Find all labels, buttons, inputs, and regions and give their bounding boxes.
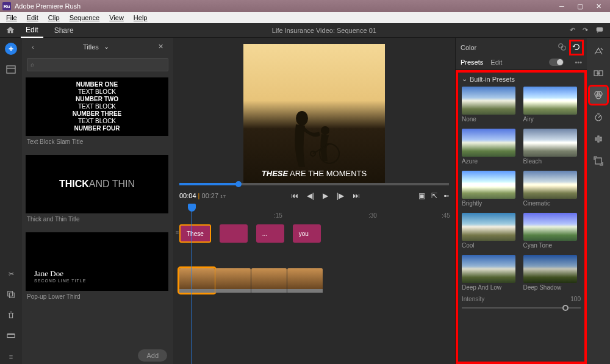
export-icon[interactable]: ⇱	[431, 191, 437, 200]
more-icon[interactable]: •••	[575, 59, 582, 66]
preset-item[interactable]: Cool	[462, 213, 520, 249]
chevron-down-icon[interactable]: ⌄	[104, 43, 109, 51]
preset-item[interactable]: Deep And Low	[462, 255, 520, 291]
audio-tool-icon[interactable]	[590, 130, 607, 148]
preset-thumb	[462, 213, 515, 241]
preset-item[interactable]: None	[462, 87, 520, 123]
titles-tool-icon[interactable]	[590, 43, 607, 60]
title-label: Pop-up Lower Third	[26, 291, 170, 302]
track-display-icon[interactable]	[4, 329, 18, 343]
preset-label: Cyan Tone	[523, 242, 581, 249]
preset-item[interactable]: Cinematic	[523, 171, 581, 207]
fullscreen-icon[interactable]: ▣	[418, 191, 425, 200]
preset-label: Cinematic	[523, 200, 581, 207]
preset-item[interactable]: Cyan Tone	[523, 213, 581, 249]
titlebar: Ru Adobe Premiere Rush ─ ▢ ✕	[0, 0, 610, 12]
preset-item[interactable]: Azure	[462, 129, 520, 165]
thumb-name: Jane Doe	[34, 270, 63, 277]
current-time: 00:04	[179, 192, 196, 199]
color-tool-icon[interactable]	[590, 87, 607, 104]
preset-label: None	[462, 116, 520, 123]
ruler-mark: :30	[368, 212, 377, 219]
play-icon[interactable]: ▶	[323, 191, 328, 200]
preset-item[interactable]: Airy	[523, 87, 581, 123]
scrubber-head[interactable]	[235, 181, 242, 187]
undo-icon[interactable]: ↶	[570, 26, 575, 34]
step-back-icon[interactable]: ◀|	[307, 191, 314, 200]
preset-label: Azure	[462, 158, 520, 165]
video-clip[interactable]	[179, 268, 215, 293]
skip-end-icon[interactable]: ⏭	[353, 191, 360, 200]
title-clip[interactable]	[220, 224, 248, 243]
preset-thumb	[462, 171, 515, 199]
preset-item[interactable]: Deep Shadow	[523, 255, 581, 291]
timeline[interactable]: :15 :30 :45 These ... you	[173, 205, 455, 364]
preset-label: Deep Shadow	[523, 284, 581, 291]
menu-view[interactable]: View	[104, 13, 129, 22]
preview-frame[interactable]: THESE ARE THE MOMENTS	[243, 44, 385, 185]
redo-icon[interactable]: ↷	[583, 26, 588, 34]
tab-presets[interactable]: Presets	[461, 59, 483, 66]
title-card[interactable]: Jane Doe SECOND LINE TITLE Pop-up Lower …	[26, 232, 170, 302]
transform-tool-icon[interactable]	[590, 152, 607, 170]
thumb-line: NUMBER TWO	[76, 96, 118, 103]
reset-color-icon[interactable]	[571, 41, 582, 54]
scrubber[interactable]	[179, 183, 449, 185]
preview-text-rest: ARE THE MOMENTS	[288, 169, 367, 178]
title-card[interactable]: THICK AND THIN Thick and Thin Title	[26, 155, 170, 225]
thumb-thick: THICK	[59, 180, 89, 188]
add-title-button[interactable]: Add	[138, 349, 167, 362]
trash-icon[interactable]	[4, 308, 18, 323]
svg-rect-23	[595, 158, 601, 164]
project-panel-icon[interactable]	[4, 62, 18, 77]
comment-icon[interactable]	[595, 26, 604, 35]
home-icon[interactable]	[6, 26, 15, 35]
minimize-button[interactable]: ─	[553, 1, 571, 12]
duplicate-icon[interactable]	[4, 287, 18, 302]
video-clip[interactable]	[287, 268, 323, 293]
video-clip[interactable]	[251, 268, 287, 293]
menu-edit[interactable]: Edit	[22, 13, 43, 22]
close-button[interactable]: ✕	[589, 1, 608, 12]
tab-edit-color[interactable]: Edit	[490, 59, 502, 66]
speed-tool-icon[interactable]	[590, 109, 607, 126]
title-clip[interactable]: These	[179, 224, 211, 243]
add-preset-icon[interactable]	[558, 43, 566, 52]
menubar: File Edit Clip Sequence View Help	[0, 12, 610, 23]
timeline-ruler: :15 :30 :45	[179, 210, 455, 222]
close-panel-icon[interactable]: ✕	[154, 41, 167, 52]
slider-knob[interactable]	[562, 305, 569, 311]
menu-help[interactable]: Help	[129, 13, 152, 22]
svg-point-8	[321, 126, 329, 135]
thumb-line: NUMBER FOUR	[74, 125, 120, 132]
playhead[interactable]	[192, 205, 192, 364]
preset-item[interactable]: Bleach	[523, 129, 581, 165]
color-toggle[interactable]	[549, 59, 564, 66]
back-icon[interactable]: ‹	[28, 42, 38, 52]
video-clip[interactable]	[215, 268, 251, 293]
preset-thumb	[462, 129, 515, 157]
menu-sequence[interactable]: Sequence	[65, 13, 105, 22]
playback-bar: 00:04 | 00:27 17 ⏮ ◀| ▶ |▶ ⏭ ▣ ⇱ ▪▫	[173, 187, 455, 205]
tab-share[interactable]: Share	[49, 24, 79, 37]
menu-clip[interactable]: Clip	[43, 13, 65, 22]
intensity-slider[interactable]	[462, 304, 581, 312]
title-card[interactable]: NUMBER ONE TEXT BLOCK NUMBER TWO TEXT BL…	[26, 77, 170, 148]
transitions-tool-icon[interactable]	[590, 65, 607, 82]
title-label: Text Block Slam Title	[26, 136, 170, 148]
preset-item[interactable]: Brightly	[462, 171, 520, 207]
search-input[interactable]	[27, 58, 168, 71]
step-forward-icon[interactable]: |▶	[337, 191, 344, 200]
list-icon[interactable]: ≡	[4, 349, 18, 364]
skip-start-icon[interactable]: ⏮	[291, 191, 298, 200]
maximize-button[interactable]: ▢	[571, 1, 589, 12]
layout-icon[interactable]: ▪▫	[443, 191, 449, 200]
svg-rect-22	[600, 137, 601, 141]
title-clip[interactable]: you	[293, 224, 321, 243]
tab-edit[interactable]: Edit	[21, 23, 43, 38]
add-media-button[interactable]: +	[4, 41, 18, 56]
scissors-icon[interactable]: ✂	[4, 266, 18, 281]
title-clip[interactable]: ...	[256, 224, 284, 243]
menu-file[interactable]: File	[1, 13, 22, 22]
presets-section-header[interactable]: ⌄ Built-in Presets	[462, 75, 581, 83]
